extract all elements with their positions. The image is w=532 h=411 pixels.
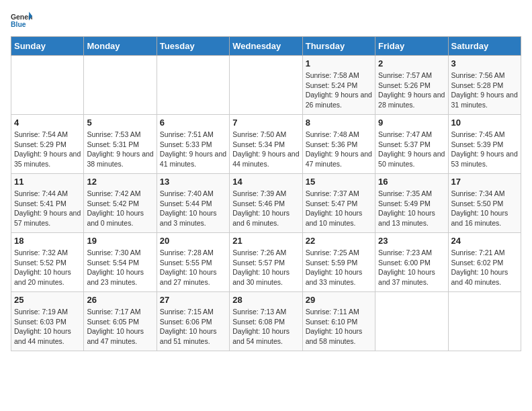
calendar-cell: 17Sunrise: 7:34 AM Sunset: 5:50 PM Dayli… bbox=[448, 174, 521, 233]
day-number: 21 bbox=[232, 236, 299, 246]
calendar-cell: 7Sunrise: 7:50 AM Sunset: 5:34 PM Daylig… bbox=[230, 115, 302, 174]
calendar-cell: 22Sunrise: 7:25 AM Sunset: 5:59 PM Dayli… bbox=[302, 233, 375, 292]
calendar-cell: 29Sunrise: 7:11 AM Sunset: 6:10 PM Dayli… bbox=[302, 292, 375, 351]
day-info: Sunrise: 7:35 AM Sunset: 5:49 PM Dayligh… bbox=[378, 189, 445, 228]
day-number: 14 bbox=[232, 177, 299, 187]
calendar-cell: 21Sunrise: 7:26 AM Sunset: 5:57 PM Dayli… bbox=[230, 233, 302, 292]
calendar-cell: 8Sunrise: 7:48 AM Sunset: 5:36 PM Daylig… bbox=[302, 115, 375, 174]
calendar-cell: 18Sunrise: 7:32 AM Sunset: 5:52 PM Dayli… bbox=[11, 233, 84, 292]
day-number: 9 bbox=[378, 118, 445, 128]
day-number: 11 bbox=[14, 177, 81, 187]
weekday-header-monday: Monday bbox=[84, 37, 157, 56]
day-number: 17 bbox=[451, 177, 518, 187]
day-number: 13 bbox=[160, 177, 226, 187]
weekday-header-thursday: Thursday bbox=[302, 37, 375, 56]
day-number: 26 bbox=[87, 295, 153, 305]
day-info: Sunrise: 7:45 AM Sunset: 5:39 PM Dayligh… bbox=[451, 130, 518, 169]
calendar-cell: 4Sunrise: 7:54 AM Sunset: 5:29 PM Daylig… bbox=[11, 115, 84, 174]
day-info: Sunrise: 7:54 AM Sunset: 5:29 PM Dayligh… bbox=[14, 130, 81, 169]
calendar-body: 1Sunrise: 7:58 AM Sunset: 5:24 PM Daylig… bbox=[11, 56, 521, 351]
day-number: 1 bbox=[306, 58, 372, 68]
calendar-cell: 14Sunrise: 7:39 AM Sunset: 5:46 PM Dayli… bbox=[230, 174, 302, 233]
calendar-cell: 25Sunrise: 7:19 AM Sunset: 6:03 PM Dayli… bbox=[11, 292, 84, 351]
day-info: Sunrise: 7:48 AM Sunset: 5:36 PM Dayligh… bbox=[306, 130, 372, 169]
calendar-cell bbox=[157, 56, 229, 115]
calendar-cell: 11Sunrise: 7:44 AM Sunset: 5:41 PM Dayli… bbox=[11, 174, 84, 233]
weekday-header-tuesday: Tuesday bbox=[157, 37, 229, 56]
day-number: 20 bbox=[160, 236, 226, 246]
day-number: 29 bbox=[306, 295, 372, 305]
day-number: 27 bbox=[160, 295, 226, 305]
day-number: 7 bbox=[232, 118, 299, 128]
day-info: Sunrise: 7:21 AM Sunset: 6:02 PM Dayligh… bbox=[451, 248, 518, 287]
calendar-cell: 1Sunrise: 7:58 AM Sunset: 5:24 PM Daylig… bbox=[302, 56, 375, 115]
weekday-header-saturday: Saturday bbox=[448, 37, 521, 56]
weekday-header-wednesday: Wednesday bbox=[230, 37, 302, 56]
calendar-cell bbox=[448, 292, 521, 351]
day-info: Sunrise: 7:56 AM Sunset: 5:28 PM Dayligh… bbox=[451, 71, 518, 110]
day-info: Sunrise: 7:17 AM Sunset: 6:05 PM Dayligh… bbox=[87, 307, 153, 347]
calendar-cell: 19Sunrise: 7:30 AM Sunset: 5:54 PM Dayli… bbox=[84, 233, 157, 292]
calendar-cell: 23Sunrise: 7:23 AM Sunset: 6:00 PM Dayli… bbox=[375, 233, 448, 292]
calendar-cell: 26Sunrise: 7:17 AM Sunset: 6:05 PM Dayli… bbox=[84, 292, 157, 351]
calendar-cell: 2Sunrise: 7:57 AM Sunset: 5:26 PM Daylig… bbox=[375, 56, 448, 115]
calendar-week-row: 4Sunrise: 7:54 AM Sunset: 5:29 PM Daylig… bbox=[11, 115, 521, 174]
day-info: Sunrise: 7:39 AM Sunset: 5:46 PM Dayligh… bbox=[232, 189, 299, 228]
day-info: Sunrise: 7:37 AM Sunset: 5:47 PM Dayligh… bbox=[306, 189, 372, 228]
calendar-table: SundayMondayTuesdayWednesdayThursdayFrid… bbox=[11, 36, 521, 351]
day-info: Sunrise: 7:30 AM Sunset: 5:54 PM Dayligh… bbox=[87, 248, 153, 287]
day-number: 28 bbox=[232, 295, 299, 305]
calendar-week-row: 1Sunrise: 7:58 AM Sunset: 5:24 PM Daylig… bbox=[11, 56, 521, 115]
day-info: Sunrise: 7:42 AM Sunset: 5:42 PM Dayligh… bbox=[87, 189, 153, 228]
calendar-cell: 12Sunrise: 7:42 AM Sunset: 5:42 PM Dayli… bbox=[84, 174, 157, 233]
calendar-cell: 13Sunrise: 7:40 AM Sunset: 5:44 PM Dayli… bbox=[157, 174, 229, 233]
day-info: Sunrise: 7:44 AM Sunset: 5:41 PM Dayligh… bbox=[14, 189, 81, 228]
day-info: Sunrise: 7:15 AM Sunset: 6:06 PM Dayligh… bbox=[160, 307, 226, 347]
day-number: 23 bbox=[378, 236, 445, 246]
calendar-week-row: 11Sunrise: 7:44 AM Sunset: 5:41 PM Dayli… bbox=[11, 174, 521, 233]
day-info: Sunrise: 7:50 AM Sunset: 5:34 PM Dayligh… bbox=[232, 130, 299, 169]
day-number: 22 bbox=[306, 236, 372, 246]
day-number: 24 bbox=[451, 236, 518, 246]
day-number: 4 bbox=[14, 118, 81, 128]
logo: General Blue bbox=[11, 11, 35, 30]
calendar-cell: 6Sunrise: 7:51 AM Sunset: 5:33 PM Daylig… bbox=[157, 115, 229, 174]
weekday-header-friday: Friday bbox=[375, 37, 448, 56]
page-header: General Blue bbox=[11, 11, 521, 30]
calendar-cell: 9Sunrise: 7:47 AM Sunset: 5:37 PM Daylig… bbox=[375, 115, 448, 174]
day-info: Sunrise: 7:26 AM Sunset: 5:57 PM Dayligh… bbox=[232, 248, 299, 287]
day-info: Sunrise: 7:28 AM Sunset: 5:55 PM Dayligh… bbox=[160, 248, 226, 287]
day-number: 12 bbox=[87, 177, 153, 187]
day-number: 5 bbox=[87, 118, 153, 128]
day-info: Sunrise: 7:32 AM Sunset: 5:52 PM Dayligh… bbox=[14, 248, 81, 287]
day-number: 15 bbox=[306, 177, 372, 187]
calendar-header: SundayMondayTuesdayWednesdayThursdayFrid… bbox=[11, 37, 521, 56]
calendar-cell: 15Sunrise: 7:37 AM Sunset: 5:47 PM Dayli… bbox=[302, 174, 375, 233]
day-info: Sunrise: 7:11 AM Sunset: 6:10 PM Dayligh… bbox=[306, 307, 372, 347]
day-number: 3 bbox=[451, 58, 518, 68]
day-info: Sunrise: 7:19 AM Sunset: 6:03 PM Dayligh… bbox=[14, 307, 81, 347]
day-number: 18 bbox=[14, 236, 81, 246]
day-number: 10 bbox=[451, 118, 518, 128]
calendar-cell bbox=[11, 56, 84, 115]
calendar-cell: 10Sunrise: 7:45 AM Sunset: 5:39 PM Dayli… bbox=[448, 115, 521, 174]
day-info: Sunrise: 7:34 AM Sunset: 5:50 PM Dayligh… bbox=[451, 189, 518, 228]
calendar-cell bbox=[84, 56, 157, 115]
day-info: Sunrise: 7:57 AM Sunset: 5:26 PM Dayligh… bbox=[378, 71, 445, 110]
calendar-cell: 20Sunrise: 7:28 AM Sunset: 5:55 PM Dayli… bbox=[157, 233, 229, 292]
day-number: 6 bbox=[160, 118, 226, 128]
day-info: Sunrise: 7:13 AM Sunset: 6:08 PM Dayligh… bbox=[232, 307, 299, 347]
calendar-cell: 16Sunrise: 7:35 AM Sunset: 5:49 PM Dayli… bbox=[375, 174, 448, 233]
logo-icon: General Blue bbox=[11, 11, 32, 30]
svg-text:Blue: Blue bbox=[11, 21, 26, 28]
calendar-cell: 24Sunrise: 7:21 AM Sunset: 6:02 PM Dayli… bbox=[448, 233, 521, 292]
calendar-week-row: 18Sunrise: 7:32 AM Sunset: 5:52 PM Dayli… bbox=[11, 233, 521, 292]
day-info: Sunrise: 7:47 AM Sunset: 5:37 PM Dayligh… bbox=[378, 130, 445, 169]
calendar-cell: 3Sunrise: 7:56 AM Sunset: 5:28 PM Daylig… bbox=[448, 56, 521, 115]
calendar-cell: 5Sunrise: 7:53 AM Sunset: 5:31 PM Daylig… bbox=[84, 115, 157, 174]
day-number: 2 bbox=[378, 58, 445, 68]
day-info: Sunrise: 7:40 AM Sunset: 5:44 PM Dayligh… bbox=[160, 189, 226, 228]
calendar-cell bbox=[375, 292, 448, 351]
day-info: Sunrise: 7:23 AM Sunset: 6:00 PM Dayligh… bbox=[378, 248, 445, 287]
day-number: 8 bbox=[306, 118, 372, 128]
